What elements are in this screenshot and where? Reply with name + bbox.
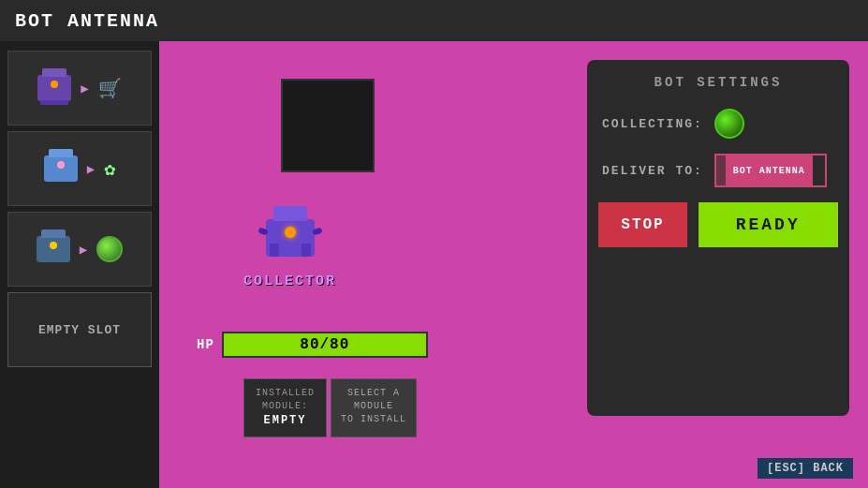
content-area: COLLECTOR HP 80/80 INSTALLEDMODULE: EMPT… [159, 41, 868, 488]
collector-body [260, 214, 320, 266]
bot-slot-3[interactable]: ▶ [7, 212, 152, 287]
installed-module-label: INSTALLEDMODULE: [256, 387, 315, 413]
collecting-row: COLLECTING: [602, 109, 834, 139]
esc-back-button[interactable]: [ESC] BACK [758, 458, 853, 479]
bot-icon-2 [44, 155, 78, 182]
arrow-icon-1: ▶ [81, 81, 88, 96]
hp-area: HP 80/80 [197, 332, 428, 358]
deliver-to-value: BOT ANTENNA [726, 155, 813, 185]
orb-icon [96, 236, 123, 262]
deliver-indicator [716, 155, 726, 185]
ready-button[interactable]: READY [699, 202, 838, 247]
bot-eye-2 [57, 161, 65, 169]
collector-label: COLLECTOR [243, 274, 336, 289]
arrow-icon-3: ▶ [80, 242, 87, 258]
installed-module-box: INSTALLEDMODULE: EMPTY [243, 378, 327, 437]
bot-slot-2[interactable]: ▶ ✿ [7, 131, 152, 206]
deliver-to-label: DELIVER TO: [602, 164, 703, 178]
hp-text: 80/80 [300, 336, 349, 353]
collector-leg-left [270, 244, 279, 257]
empty-slot-label: EMPTY SLOT [38, 323, 121, 337]
module-area: INSTALLEDMODULE: EMPTY SELECT A MODULE T… [243, 378, 417, 437]
title-bar: BOT ANTENNA [0, 0, 868, 41]
empty-slot-square [281, 79, 375, 172]
hp-bar-background: 80/80 [222, 332, 428, 358]
slot-1-content: ▶ 🛒 [37, 75, 121, 101]
collector-arm-right [312, 227, 322, 235]
collector-area: COLLECTOR [243, 191, 336, 289]
bot-eye-3 [50, 242, 57, 249]
action-buttons-row: STOP READY [602, 202, 834, 247]
collector-main-body [266, 219, 315, 257]
bot-eye-1 [51, 81, 58, 88]
slot-2-content: ▶ ✿ [44, 155, 115, 182]
sparkle-icon: ✿ [104, 157, 115, 181]
installed-module-value: EMPTY [256, 413, 315, 429]
collecting-label: COLLECTING: [602, 117, 703, 131]
collector-arm-left [257, 227, 268, 235]
bot-icon-3 [37, 236, 70, 262]
title-text: BOT ANTENNA [15, 10, 159, 32]
select-module-button[interactable]: SELECT A MODULE TO INSTALL [331, 378, 417, 437]
collector-leg-right [302, 244, 311, 257]
empty-slot[interactable]: EMPTY SLOT [7, 292, 152, 367]
bot-slot-1[interactable]: ▶ 🛒 [7, 51, 152, 126]
cart-icon: 🛒 [98, 77, 122, 100]
collector-sprite [248, 191, 332, 266]
collecting-resource-icon [714, 109, 744, 139]
hp-label: HP [197, 337, 214, 352]
stop-button[interactable]: STOP [598, 202, 686, 247]
bot-icon-1 [37, 75, 71, 101]
bot-settings-panel: BOT SETTINGS COLLECTING: DELIVER TO: BOT… [587, 60, 849, 416]
main-layout: ▶ 🛒 ▶ ✿ ▶ E [0, 41, 868, 488]
slot-3-content: ▶ [37, 236, 123, 262]
arrow-icon-2: ▶ [87, 161, 95, 177]
deliver-to-row: DELIVER TO: BOT ANTENNA [602, 154, 834, 187]
deliver-to-box: BOT ANTENNA [714, 154, 827, 187]
collector-eye [285, 227, 296, 238]
bot-settings-title: BOT SETTINGS [602, 75, 834, 90]
sidebar: ▶ 🛒 ▶ ✿ ▶ E [0, 41, 159, 488]
